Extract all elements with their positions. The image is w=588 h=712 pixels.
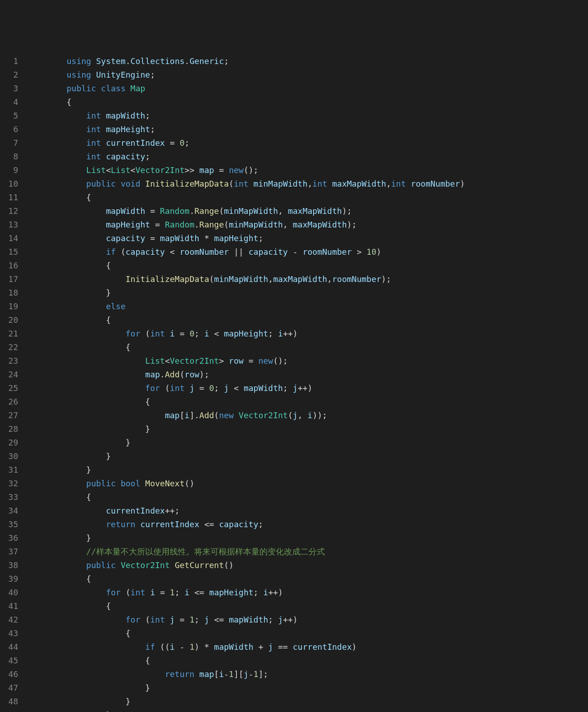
token-op: ; [185, 138, 190, 148]
token-op: . [190, 206, 195, 216]
token-op: + [254, 642, 269, 652]
token-op: ); [199, 370, 209, 379]
token-num: 0 [209, 383, 214, 393]
code-line[interactable]: for (int j = 1; j <= mapWidth; j++) [27, 613, 583, 627]
code-line[interactable]: { [27, 313, 583, 327]
code-line[interactable]: using UnityEngine; [27, 68, 583, 82]
code-line[interactable]: public bool MoveNext() [27, 477, 583, 490]
indent [27, 179, 86, 188]
token-op: ( [288, 410, 293, 420]
code-line[interactable]: { [27, 259, 583, 272]
token-var: j [170, 615, 175, 624]
token-op: , [283, 220, 293, 229]
token-op: ; [214, 383, 224, 393]
token-kw: public [86, 179, 121, 188]
line-number: 4 [4, 95, 18, 109]
token-var: mapWidth [160, 233, 200, 243]
code-line[interactable]: if ((i - 1) * mapWidth + j == currentInd… [27, 640, 583, 654]
code-line[interactable]: for (int i = 0; i < mapHeight; i++) [27, 327, 583, 341]
code-line[interactable]: InitializeMapData(minMapWidth,maxMapWidt… [27, 272, 583, 286]
code-line[interactable]: map[i].Add(new Vector2Int(j, i)); [27, 409, 583, 422]
token-var: maxMapWidth [288, 206, 342, 216]
code-line[interactable]: for (int j = 0; j < mapWidth; j++) [27, 381, 583, 395]
code-line[interactable]: { [27, 572, 583, 586]
code-line[interactable]: mapWidth = Random.Range(minMapWidth, max… [27, 204, 583, 218]
code-area[interactable]: using System.Collections.Generic; using … [27, 54, 588, 712]
code-line[interactable]: { [27, 341, 583, 354]
code-line[interactable]: { [27, 654, 583, 668]
code-line[interactable]: using System.Collections.Generic; [27, 54, 583, 68]
token-op: ( [145, 329, 150, 338]
token-op: , [308, 179, 313, 188]
indent [27, 193, 86, 202]
code-line[interactable]: int capacity; [27, 150, 583, 163]
token-op: ; [150, 70, 155, 79]
token-kw: new [229, 165, 244, 175]
token-op: . [126, 56, 131, 66]
code-line[interactable]: public class Map [27, 82, 583, 95]
code-line[interactable]: } [27, 422, 583, 436]
code-line[interactable]: } [27, 531, 583, 545]
code-line[interactable]: { [27, 191, 583, 204]
token-brace: } [86, 465, 91, 475]
code-editor[interactable]: 1234567891011121314151617181920212223242… [0, 54, 588, 712]
code-line[interactable]: if (capacity < roomNumber || capacity - … [27, 245, 583, 259]
token-var: row [185, 370, 200, 379]
token-var: map [199, 669, 214, 679]
code-line[interactable]: { [27, 627, 583, 640]
token-op: ]; [258, 669, 268, 679]
token-brace: } [126, 697, 131, 706]
code-line[interactable]: } [27, 695, 583, 708]
token-method: InitializeMapData [145, 179, 229, 188]
indent [27, 165, 86, 175]
code-line[interactable]: capacity = mapWidth * mapHeight; [27, 232, 583, 245]
line-number: 2 [4, 68, 18, 82]
code-line[interactable]: } [27, 450, 583, 463]
line-number: 34 [4, 504, 18, 518]
indent [27, 70, 67, 79]
code-line[interactable]: return map[i-1][j-1]; [27, 668, 583, 681]
indent [27, 302, 106, 311]
line-number: 1 [4, 54, 18, 68]
token-kw: int [391, 179, 411, 188]
code-line[interactable]: mapHeight = Random.Range(minMapWidth, ma… [27, 218, 583, 232]
token-var: i [150, 588, 155, 597]
code-line[interactable]: } [27, 436, 583, 450]
indent [27, 628, 126, 638]
indent [27, 288, 106, 297]
token-brace: { [126, 342, 131, 352]
code-line[interactable]: List<List<Vector2Int>> map = new(); [27, 163, 583, 177]
token-op: ) [377, 247, 382, 257]
code-line[interactable]: currentIndex++; [27, 504, 583, 518]
code-line[interactable]: return currentIndex <= capacity; [27, 518, 583, 531]
token-var: j [204, 615, 209, 624]
code-line[interactable]: public void InitializeMapData(int minMap… [27, 177, 583, 191]
token-var: mapWidth [229, 615, 268, 624]
code-line[interactable]: } [27, 463, 583, 477]
code-line[interactable]: //样本量不大所以使用线性。将来可根据样本量的变化改成二分式 [27, 545, 583, 559]
token-op: ++) [283, 615, 298, 624]
line-number: 35 [4, 518, 18, 531]
code-line[interactable]: int mapHeight; [27, 123, 583, 136]
indent [27, 479, 86, 488]
token-var: minMapWidth [229, 220, 283, 229]
code-line[interactable]: } [27, 681, 583, 695]
code-line[interactable]: { [27, 95, 583, 109]
token-num: 1 [190, 642, 195, 652]
token-method: Range [199, 220, 224, 229]
code-line[interactable]: for (int i = 1; i <= mapHeight; i++) [27, 586, 583, 599]
code-line[interactable]: { [27, 490, 583, 504]
token-op: . [160, 370, 165, 379]
token-kw: using [67, 56, 96, 66]
code-line[interactable]: } [27, 286, 583, 300]
indent [27, 642, 145, 652]
code-line[interactable]: { [27, 599, 583, 613]
code-line[interactable]: public Vector2Int GetCurrent() [27, 559, 583, 572]
code-line[interactable]: } [27, 708, 583, 712]
code-line[interactable]: map.Add(row); [27, 368, 583, 381]
code-line[interactable]: int currentIndex = 0; [27, 136, 583, 150]
code-line[interactable]: int mapWidth; [27, 109, 583, 123]
code-line[interactable]: List<Vector2Int> row = new(); [27, 354, 583, 368]
code-line[interactable]: else [27, 300, 583, 313]
code-line[interactable]: { [27, 395, 583, 409]
